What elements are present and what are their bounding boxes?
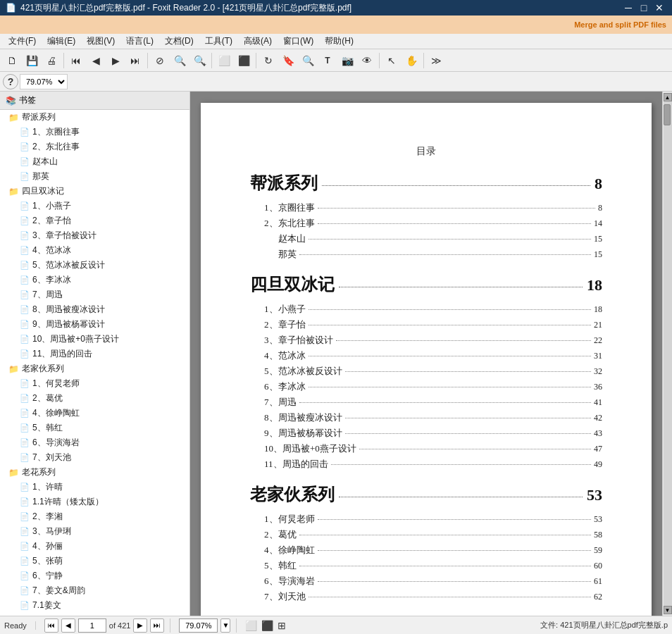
fit-page-button[interactable]: ⬜ bbox=[215, 51, 233, 70]
zoom-dropdown[interactable]: ▼ bbox=[220, 619, 230, 633]
sidebar-item-label: 2、葛优 bbox=[32, 392, 63, 404]
zoom-controls: ▼ bbox=[173, 619, 237, 633]
page-input[interactable] bbox=[78, 619, 106, 633]
sidebar-item[interactable]: 📄2、李湘 bbox=[0, 509, 189, 524]
close-button[interactable]: ✕ bbox=[652, 1, 666, 15]
fit-width-button[interactable]: ⬛ bbox=[235, 51, 253, 70]
icon-fit-width[interactable]: ⬛ bbox=[261, 620, 273, 631]
sidebar-item[interactable]: 📄7、刘天池 bbox=[0, 450, 189, 465]
sidebar-item[interactable]: 📁帮派系列 bbox=[0, 110, 189, 125]
sidebar-item[interactable]: 📄1、京圈往事 bbox=[0, 125, 189, 139]
scrollbar-thumb[interactable] bbox=[664, 104, 671, 125]
new-button[interactable]: 🗋 bbox=[3, 51, 21, 70]
print-button[interactable]: 🖨 bbox=[42, 51, 61, 70]
sidebar-item[interactable]: 📄10、周迅被+0燕子设计 bbox=[0, 332, 189, 347]
toc-entry: 6、李冰冰 36 bbox=[250, 380, 602, 393]
sidebar-item[interactable]: 📄5、范冰冰被反设计 bbox=[0, 258, 189, 273]
stop-button[interactable]: ⊘ bbox=[151, 51, 169, 70]
more-button[interactable]: ≫ bbox=[427, 51, 445, 70]
search-button[interactable]: 🔍 bbox=[299, 51, 317, 70]
sidebar-item[interactable]: 📄9、周迅被杨幂设计 bbox=[0, 317, 189, 332]
sidebar-item[interactable]: 📄6、导演海岩 bbox=[0, 435, 189, 450]
toolbar-separator-1 bbox=[63, 53, 64, 68]
snapshot-button[interactable]: 📷 bbox=[338, 51, 356, 70]
sidebar-item[interactable]: 📄那英 bbox=[0, 169, 189, 184]
view-button[interactable]: 👁 bbox=[358, 51, 376, 70]
bookmark-button[interactable]: 🔖 bbox=[279, 51, 297, 70]
nav-next[interactable]: ▶ bbox=[133, 619, 147, 633]
sidebar-item[interactable]: 📄11、周迅的回击 bbox=[0, 347, 189, 361]
sidebar-item[interactable]: 📄3、章子怡被设计 bbox=[0, 228, 189, 243]
sidebar-item[interactable]: 📁四旦双冰记 bbox=[0, 184, 189, 199]
menu-language[interactable]: 语言(L) bbox=[120, 34, 159, 49]
zoom-out-button[interactable]: 🔍 bbox=[170, 51, 189, 70]
sidebar-item-label: 3、章子怡被设计 bbox=[32, 230, 97, 242]
prev-page-button[interactable]: ◀ bbox=[87, 51, 105, 70]
total-pages: of 421 bbox=[109, 621, 131, 630]
nav-prev[interactable]: ◀ bbox=[61, 619, 75, 633]
nav-first[interactable]: ⏮ bbox=[44, 619, 58, 633]
hand-button[interactable]: ✋ bbox=[402, 51, 421, 70]
toc-entry: 9、周迅被杨幂设计 43 bbox=[250, 427, 602, 440]
sidebar-item[interactable]: 📄2、章子怡 bbox=[0, 213, 189, 228]
sidebar-item[interactable]: 📄1、小燕子 bbox=[0, 199, 189, 213]
sidebar-item[interactable]: 📄7、姜文&周韵 bbox=[0, 583, 189, 598]
sidebar-item[interactable]: 📄1.1许晴（矮太版） bbox=[0, 495, 189, 509]
sidebar-item[interactable]: 📄3、马伊琍 bbox=[0, 524, 189, 539]
sidebar-item[interactable]: 📄1、何炅老师 bbox=[0, 376, 189, 391]
icon-columns[interactable]: ⊞ bbox=[278, 620, 286, 631]
menu-help[interactable]: 帮助(H) bbox=[319, 34, 359, 49]
sidebar-item[interactable]: 📄4、范冰冰 bbox=[0, 243, 189, 258]
doc-icon: 📄 bbox=[20, 512, 30, 521]
sidebar-item-label: 6、导演海岩 bbox=[32, 437, 80, 449]
minimize-button[interactable]: ─ bbox=[621, 1, 635, 15]
zoom-input[interactable] bbox=[179, 619, 218, 633]
nav-last[interactable]: ⏭ bbox=[150, 619, 164, 633]
menu-window[interactable]: 窗口(W) bbox=[278, 34, 319, 49]
sidebar-item[interactable]: 📄2、东北往事 bbox=[0, 139, 189, 154]
doc-icon: 📄 bbox=[20, 379, 30, 388]
sidebar-item[interactable]: 📁老家伙系列 bbox=[0, 361, 189, 376]
promo-text[interactable]: Merge and split PDF files bbox=[574, 20, 666, 29]
rotate-button[interactable]: ↻ bbox=[259, 51, 278, 70]
sidebar-item[interactable]: 📄6、李冰冰 bbox=[0, 273, 189, 287]
icon-fit-page[interactable]: ⬜ bbox=[245, 620, 257, 631]
pdf-scrollbar[interactable]: ▲ ▼ bbox=[662, 92, 672, 616]
menu-document[interactable]: 文档(D) bbox=[159, 34, 199, 49]
sidebar-item[interactable]: 📄2、葛优 bbox=[0, 391, 189, 406]
sidebar-item-label: 1、何炅老师 bbox=[32, 378, 80, 390]
folder-icon: 📁 bbox=[8, 187, 19, 197]
menu-edit[interactable]: 编辑(E) bbox=[42, 34, 81, 49]
next-page-button[interactable]: ▶ bbox=[106, 51, 125, 70]
sidebar-item[interactable]: 📄7、周迅 bbox=[0, 287, 189, 302]
menu-advanced[interactable]: 高级(A) bbox=[238, 34, 278, 49]
sidebar-item[interactable]: 📄赵本山 bbox=[0, 154, 189, 169]
bookmark-icon: 📚 bbox=[6, 96, 16, 106]
pdf-area[interactable]: 目录 帮派系列 8 1、京圈往事 8 2、东北往事 14 bbox=[190, 92, 662, 616]
maximize-button[interactable]: □ bbox=[637, 1, 651, 15]
save-button[interactable]: 💾 bbox=[23, 51, 41, 70]
toc-entry: 4、范冰冰 31 bbox=[250, 349, 602, 362]
menu-view[interactable]: 视图(V) bbox=[81, 34, 120, 49]
first-page-button[interactable]: ⏮ bbox=[67, 51, 85, 70]
sidebar-item[interactable]: 📄4、徐峥陶虹 bbox=[0, 406, 189, 421]
sidebar-item[interactable]: 📁老花系列 bbox=[0, 465, 189, 480]
menu-tools[interactable]: 工具(T) bbox=[199, 34, 238, 49]
sidebar-item[interactable]: 📄6、宁静 bbox=[0, 568, 189, 583]
sidebar-item[interactable]: 📄7.1姜文 bbox=[0, 598, 189, 613]
scrollbar-down[interactable]: ▼ bbox=[664, 606, 672, 614]
sidebar-item[interactable]: 📄1、许晴 bbox=[0, 480, 189, 495]
sidebar-item-label: 7、姜文&周韵 bbox=[32, 585, 85, 597]
last-page-button[interactable]: ⏭ bbox=[126, 51, 144, 70]
sidebar-item[interactable]: 📄8、周迅被瘦冰设计 bbox=[0, 302, 189, 317]
text-button[interactable]: T bbox=[318, 51, 337, 70]
sidebar-item[interactable]: 📄5、韩红 bbox=[0, 421, 189, 435]
sidebar-item[interactable]: 📄4、孙俪 bbox=[0, 539, 189, 554]
help-button[interactable]: ? bbox=[3, 74, 18, 89]
menu-file[interactable]: 文件(F) bbox=[3, 34, 42, 49]
scrollbar-up[interactable]: ▲ bbox=[664, 93, 672, 101]
sidebar-item[interactable]: 📄5、张萌 bbox=[0, 554, 189, 568]
zoom-select[interactable]: 79.07% 50% 100% 125% 150% bbox=[20, 74, 68, 89]
zoom-in-button[interactable]: 🔍+ bbox=[190, 51, 209, 70]
select-button[interactable]: ↖ bbox=[382, 51, 401, 70]
